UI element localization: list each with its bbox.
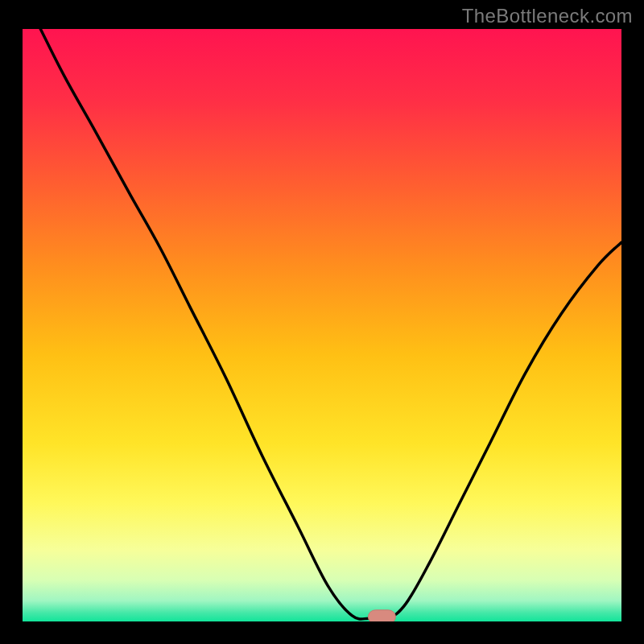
watermark-text: TheBottleneck.com xyxy=(462,5,633,27)
plot-area xyxy=(23,29,621,621)
chart-frame: TheBottleneck.com xyxy=(0,0,644,644)
bottleneck-chart xyxy=(23,29,621,621)
optimal-point-marker xyxy=(368,610,395,621)
heat-gradient-rect xyxy=(23,29,621,621)
